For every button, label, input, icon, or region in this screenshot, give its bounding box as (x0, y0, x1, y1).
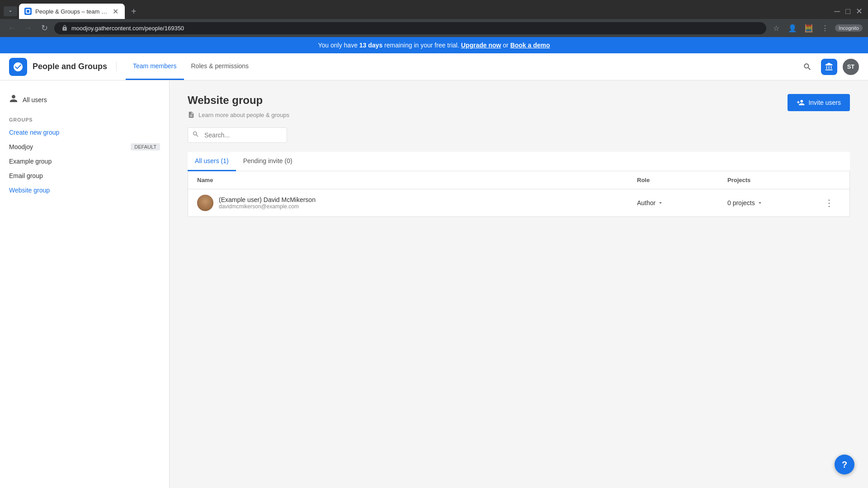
user-face (197, 195, 213, 211)
tab-all-users[interactable]: All users (1) (188, 152, 236, 171)
group-name-example: Example group (9, 158, 52, 165)
learn-more-link[interactable]: Learn more about people & groups (188, 111, 289, 118)
user-avatar[interactable]: ST (843, 59, 859, 75)
col-name: Name (197, 177, 637, 183)
group-name-email: Email group (9, 172, 43, 179)
group-item-website[interactable]: Website group (0, 183, 169, 197)
row-actions-button[interactable]: ⋮ (818, 197, 840, 208)
active-tab[interactable]: People & Groups – team memb… ✕ (19, 4, 125, 19)
nav-roles-permissions[interactable]: Roles & permissions (184, 53, 256, 80)
user-avatar-small (197, 195, 213, 211)
col-actions (818, 177, 840, 183)
trial-days: 13 days (359, 42, 382, 49)
all-users-label: All users (23, 96, 47, 103)
back-button[interactable]: ← (5, 22, 18, 34)
extensions-icon[interactable]: 🧮 (802, 22, 815, 34)
close-icon[interactable]: ✕ (856, 6, 863, 16)
new-tab-button[interactable]: + (127, 5, 141, 19)
app-nav: Team members Roles & permissions (126, 53, 256, 80)
table-header: Name Role Projects (188, 171, 849, 189)
default-badge: DEFAULT (131, 143, 160, 150)
search-input[interactable] (188, 127, 287, 143)
address-bar[interactable]: moodjoy.gathercontent.com/people/169350 (54, 22, 766, 34)
group-title: Website group (188, 94, 289, 107)
minimize-icon[interactable]: ─ (834, 7, 840, 16)
role-dropdown[interactable]: Author (637, 199, 727, 206)
app-header: People and Groups Team members Roles & p… (0, 53, 868, 80)
all-users-item[interactable]: All users (0, 89, 169, 110)
projects-label: 0 projects (727, 199, 755, 206)
table-row: (Example user) David McMikerson davidmcm… (188, 189, 849, 216)
menu-icon[interactable]: ⋮ (819, 22, 831, 34)
sidebar: All users GROUPS Create new group Moodjo… (0, 80, 170, 488)
bookmark-icon[interactable]: ☆ (770, 22, 783, 34)
url-text: moodjoy.gathercontent.com/people/169350 (71, 25, 184, 32)
group-item-email[interactable]: Email group (0, 169, 169, 183)
window-controls: ─ □ ✕ (834, 6, 868, 16)
user-name: (Example user) David McMikerson (219, 196, 316, 203)
create-new-group-link[interactable]: Create new group (0, 125, 169, 140)
browser-action-buttons: ☆ 👤 🧮 ⋮ Incognito (770, 22, 863, 34)
projects-dropdown[interactable]: 0 projects (727, 199, 818, 206)
learn-more-text: Learn more about people & groups (198, 112, 289, 118)
group-item-example[interactable]: Example group (0, 154, 169, 169)
browser-window: People & Groups – team memb… ✕ + ─ □ ✕ ←… (0, 0, 868, 488)
tab-bar: People & Groups – team memb… ✕ + ─ □ ✕ (0, 0, 868, 19)
col-role: Role (637, 177, 727, 183)
tab-pending-invite[interactable]: Pending invite (0) (236, 152, 300, 171)
app-title: People and Groups (33, 62, 117, 71)
search-button[interactable] (799, 59, 816, 75)
user-email: davidmcmikerson@example.com (219, 203, 316, 210)
content-area: Website group Learn more about people & … (170, 80, 868, 488)
incognito-label: Incognito (835, 24, 863, 32)
address-bar-row: ← → ↻ moodjoy.gathercontent.com/people/1… (0, 19, 868, 37)
group-item-moodjoy[interactable]: Moodjoy DEFAULT (0, 140, 169, 154)
groups-heading: GROUPS (0, 110, 169, 125)
header-actions: ST (799, 59, 859, 75)
upgrade-now-link[interactable]: Upgrade now (461, 42, 501, 49)
content-header-left: Website group Learn more about people & … (188, 94, 289, 118)
group-name-moodjoy: Moodjoy (9, 143, 33, 150)
search-box (188, 127, 287, 143)
forward-button[interactable]: → (22, 22, 34, 34)
tab-title: People & Groups – team memb… (35, 8, 108, 15)
trial-banner: You only have 13 days remaining in your … (0, 37, 868, 53)
help-button[interactable]: ? (835, 455, 854, 474)
role-label: Author (637, 199, 656, 206)
invite-users-button[interactable]: Invite users (788, 94, 850, 111)
group-name-website: Website group (9, 187, 50, 194)
book-demo-link[interactable]: Book a demo (510, 42, 550, 49)
users-table: Name Role Projects (Example user) David … (188, 171, 850, 217)
reload-button[interactable]: ↻ (38, 22, 51, 34)
invite-users-label: Invite users (808, 99, 841, 106)
user-info: (Example user) David McMikerson davidmcm… (197, 195, 637, 211)
maximize-icon[interactable]: □ (845, 7, 850, 16)
nav-team-members[interactable]: Team members (126, 53, 184, 80)
search-icon (192, 131, 199, 140)
apps-button[interactable] (821, 59, 837, 75)
user-tabs: All users (1) Pending invite (0) (188, 152, 850, 171)
col-projects: Projects (727, 177, 818, 183)
tab-selector[interactable] (4, 6, 17, 16)
user-icon (9, 94, 18, 105)
tab-close-button[interactable]: ✕ (111, 7, 119, 15)
content-header: Website group Learn more about people & … (188, 94, 850, 118)
user-details: (Example user) David McMikerson davidmcm… (219, 196, 316, 210)
main-layout: All users GROUPS Create new group Moodjo… (0, 80, 868, 488)
tab-favicon (24, 8, 32, 15)
profile-icon[interactable]: 👤 (786, 22, 799, 34)
app-logo (9, 58, 27, 76)
